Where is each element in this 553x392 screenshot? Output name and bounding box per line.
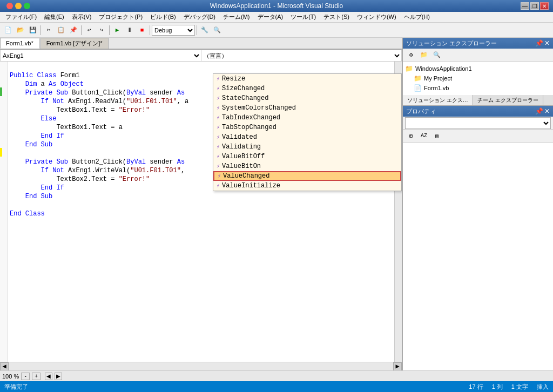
- tb-extra2[interactable]: 🔍: [211, 24, 223, 36]
- tb-stop[interactable]: ■: [136, 24, 148, 36]
- sol-tb-btn1[interactable]: ⚙: [405, 49, 417, 61]
- tb-cut[interactable]: ✂: [43, 24, 55, 36]
- event-icon: ⚡: [217, 153, 220, 160]
- tb-extra1[interactable]: 🔧: [199, 24, 211, 36]
- dot-red[interactable]: [6, 3, 13, 9]
- status-bar: 準備完了 17 行 1 列 1 文字 挿入: [0, 381, 553, 392]
- dot-yellow[interactable]: [15, 3, 22, 9]
- solution-myproject[interactable]: 📁 My Project: [405, 73, 551, 83]
- dot-green[interactable]: [24, 3, 30, 9]
- code-body: Public Class Form1 Dim a As Object Priva…: [0, 62, 402, 362]
- menu-team[interactable]: チーム(M): [220, 12, 253, 22]
- tab-team-explorer[interactable]: チーム エクスプローラー: [473, 95, 543, 105]
- tb-sep3: [109, 25, 110, 35]
- zoom-decrease-btn[interactable]: -: [21, 373, 30, 380]
- tab-bar: Form1.vb* Form1.vb [デザイン]*: [0, 38, 402, 50]
- dd-item-resize[interactable]: ⚡Resize: [213, 74, 401, 84]
- dd-item-valuechanged[interactable]: ⚡ValueChanged: [213, 171, 401, 181]
- sol-tb-btn2[interactable]: 📁: [418, 49, 430, 61]
- status-mode: 挿入: [537, 383, 549, 391]
- menu-window[interactable]: ウィンドウ(W): [354, 12, 400, 22]
- tb-paste[interactable]: 📌: [68, 24, 79, 36]
- status-col: 1 列: [492, 383, 503, 391]
- menu-project[interactable]: プロジェクト(P): [96, 12, 146, 22]
- properties-object-dropdown[interactable]: [405, 117, 551, 129]
- tb-copy[interactable]: 📋: [55, 24, 67, 36]
- properties-panel: プロパティ 📌 ✕ ⊞ AZ ▤: [403, 106, 553, 370]
- autocomplete-dropdown[interactable]: ⚡Resize ⚡SizeChanged ⚡StateChanged ⚡Syst…: [213, 73, 402, 191]
- menu-build[interactable]: ビルド(B): [147, 12, 179, 22]
- myproject-folder-icon: 📁: [414, 75, 422, 82]
- menu-edit[interactable]: 編集(E): [41, 12, 68, 22]
- dd-item-validated[interactable]: ⚡Validated: [213, 132, 401, 142]
- menu-tools[interactable]: ツール(T): [287, 12, 319, 22]
- sol-pin-btn[interactable]: 📌: [535, 39, 543, 47]
- tb-run[interactable]: ▶: [111, 24, 123, 36]
- tb-save[interactable]: 💾: [27, 24, 39, 36]
- tab-scroll-left[interactable]: ◀: [45, 373, 52, 380]
- tab-solution-explorer[interactable]: ソリューション エクス…: [403, 95, 473, 105]
- tb-new[interactable]: 📄: [2, 24, 14, 36]
- class-dropdown[interactable]: AxEng1: [0, 50, 201, 62]
- form1-label: Form1.vb: [424, 85, 449, 91]
- solution-pin-controls: 📌 ✕: [535, 39, 550, 47]
- dd-item-systemcolorschanged[interactable]: ⚡SystemColorsChanged: [213, 103, 401, 113]
- maximize-button[interactable]: ❐: [530, 2, 539, 10]
- zoom-area: 100 % - +: [2, 373, 41, 380]
- tab-form1-vb[interactable]: Form1.vb*: [0, 38, 39, 49]
- event-icon: ⚡: [217, 95, 220, 102]
- dd-item-sizechanged[interactable]: ⚡SizeChanged: [213, 84, 401, 93]
- props-categorized-btn[interactable]: ⊞: [405, 130, 417, 142]
- close-button[interactable]: ✕: [540, 2, 549, 10]
- window-dots: [4, 3, 32, 9]
- menu-data[interactable]: データ(A): [254, 12, 287, 22]
- props-pin-btn[interactable]: 📌: [535, 107, 543, 115]
- scroll-right-btn[interactable]: ▶: [393, 362, 402, 371]
- tab-form1-design[interactable]: Form1.vb [デザイン]*: [41, 38, 109, 49]
- status-right: 17 行 1 列 1 文字 挿入: [469, 383, 549, 391]
- menu-help[interactable]: ヘルプ(H): [401, 12, 433, 22]
- menu-view[interactable]: 表示(V): [69, 12, 95, 22]
- props-alphabetical-btn[interactable]: AZ: [418, 130, 430, 142]
- dd-item-valueinitialize[interactable]: ⚡ValueInitialize: [213, 181, 401, 191]
- dd-item-validating[interactable]: ⚡Validating: [213, 142, 401, 152]
- tb-open[interactable]: 📂: [15, 24, 26, 36]
- solution-form1[interactable]: 📄 Form1.vb: [405, 83, 551, 93]
- dd-item-statechanged[interactable]: ⚡StateChanged: [213, 93, 401, 103]
- dd-item-valuebiton[interactable]: ⚡ValueBitOn: [213, 161, 401, 171]
- sol-tb-btn3[interactable]: 🔍: [431, 49, 443, 61]
- dd-item-valuebitoff[interactable]: ⚡ValueBitOff: [213, 152, 401, 161]
- properties-view-toolbar: ⊞ AZ ▤: [403, 130, 553, 143]
- zoom-label: 100 %: [2, 373, 19, 380]
- tb-undo[interactable]: ↩: [83, 24, 95, 36]
- zoom-increase-btn[interactable]: +: [32, 373, 41, 380]
- menu-file[interactable]: ファイル(F): [2, 12, 40, 22]
- tb-pause[interactable]: ⏸: [124, 24, 136, 36]
- event-icon: ⚡: [217, 134, 220, 140]
- scroll-left-btn[interactable]: ◀: [0, 362, 9, 371]
- solution-explorer-toolbar: ⚙ 📁 🔍: [403, 49, 553, 62]
- menu-test[interactable]: テスト(S): [320, 12, 353, 22]
- menu-debug[interactable]: デバッグ(D): [180, 12, 219, 22]
- event-icon: ⚡: [217, 144, 220, 150]
- tb-redo[interactable]: ↪: [96, 24, 107, 36]
- solution-root[interactable]: 📁 WindowsApplication1: [405, 64, 551, 73]
- dd-item-tabindexchanged[interactable]: ⚡TabIndexChanged: [213, 113, 401, 123]
- sol-close-btn[interactable]: ✕: [544, 39, 550, 47]
- tab-scroll-right[interactable]: ▶: [55, 373, 62, 380]
- event-icon: ⚡: [217, 163, 220, 170]
- properties-titlebar: プロパティ 📌 ✕: [403, 106, 553, 117]
- horizontal-scrollbar[interactable]: ◀ ▶: [0, 362, 402, 370]
- code-container: AxEng1 （宣言）: [0, 50, 402, 370]
- event-icon: ⚡: [217, 85, 220, 92]
- minimize-button[interactable]: —: [521, 2, 529, 10]
- props-close-btn[interactable]: ✕: [544, 107, 550, 115]
- props-grid-btn[interactable]: ▤: [431, 130, 443, 142]
- method-dropdown[interactable]: （宣言）: [201, 50, 402, 62]
- scroll-buttons: ◀ ▶: [45, 373, 62, 380]
- event-icon: ⚡: [217, 114, 220, 121]
- dd-item-tabstopchanged[interactable]: ⚡TabStopChanged: [213, 123, 401, 132]
- debug-config-dropdown[interactable]: Debug: [152, 25, 195, 36]
- status-char: 1 文字: [511, 383, 528, 391]
- event-icon: ⚡: [217, 105, 220, 111]
